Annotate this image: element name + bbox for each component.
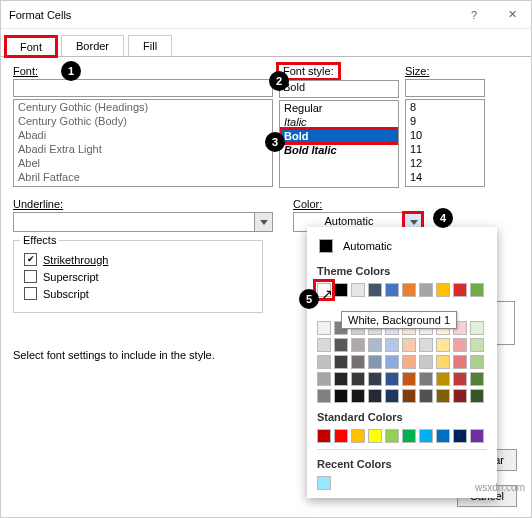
color-swatch[interactable]: ↖: [317, 283, 331, 297]
color-swatch[interactable]: [402, 283, 416, 297]
color-swatch[interactable]: [351, 429, 365, 443]
color-swatch[interactable]: [436, 429, 450, 443]
effects-group: Effects Strikethrough Superscript Subscr…: [13, 240, 263, 313]
color-swatch[interactable]: [419, 389, 433, 403]
color-swatch[interactable]: [334, 355, 348, 369]
list-item-selected[interactable]: Bold: [280, 129, 398, 143]
color-swatch[interactable]: [334, 338, 348, 352]
strikethrough-checkbox[interactable]: Strikethrough: [24, 253, 252, 266]
list-item[interactable]: 10: [406, 128, 484, 142]
font-input[interactable]: [13, 79, 273, 97]
color-swatch[interactable]: [402, 429, 416, 443]
color-swatch[interactable]: [436, 283, 450, 297]
size-input[interactable]: [405, 79, 485, 97]
color-swatch[interactable]: [470, 338, 484, 352]
color-swatch[interactable]: [470, 389, 484, 403]
color-swatch[interactable]: [453, 355, 467, 369]
color-swatch[interactable]: [470, 321, 484, 335]
color-swatch[interactable]: [368, 429, 382, 443]
list-item[interactable]: Century Gothic (Body): [14, 114, 272, 128]
color-swatch[interactable]: [334, 283, 348, 297]
color-swatch[interactable]: [436, 372, 450, 386]
theme-shades: [317, 321, 487, 403]
checkbox-icon: [24, 287, 37, 300]
color-swatch[interactable]: [351, 389, 365, 403]
color-swatch[interactable]: [317, 372, 331, 386]
list-item[interactable]: Abel: [14, 156, 272, 170]
tab-font[interactable]: Font: [5, 36, 57, 57]
color-swatch[interactable]: [368, 283, 382, 297]
color-swatch[interactable]: [385, 355, 399, 369]
color-swatch[interactable]: [402, 389, 416, 403]
list-item[interactable]: 8: [406, 100, 484, 114]
checkbox-icon: [24, 270, 37, 283]
color-swatch[interactable]: [470, 372, 484, 386]
color-swatch[interactable]: [402, 338, 416, 352]
color-swatch[interactable]: [334, 372, 348, 386]
fontstyle-list[interactable]: Regular Italic Bold Bold Italic: [279, 100, 399, 188]
color-swatch[interactable]: [334, 389, 348, 403]
superscript-checkbox[interactable]: Superscript: [24, 270, 252, 283]
automatic-option[interactable]: Automatic: [317, 235, 487, 257]
size-list[interactable]: 8 9 10 11 12 14: [405, 99, 485, 187]
list-item[interactable]: Italic: [280, 115, 398, 129]
list-item[interactable]: Abadi Extra Light: [14, 142, 272, 156]
color-swatch[interactable]: [385, 389, 399, 403]
list-item[interactable]: Abadi: [14, 128, 272, 142]
subscript-checkbox[interactable]: Subscript: [24, 287, 252, 300]
close-button[interactable]: ✕: [493, 1, 531, 29]
color-swatch[interactable]: [317, 476, 331, 490]
color-swatch[interactable]: [351, 283, 365, 297]
fontstyle-input[interactable]: Bold: [279, 80, 399, 98]
color-swatch[interactable]: [419, 372, 433, 386]
color-swatch[interactable]: [334, 429, 348, 443]
list-item[interactable]: 14: [406, 170, 484, 184]
color-swatch[interactable]: [385, 283, 399, 297]
color-swatch[interactable]: [385, 338, 399, 352]
color-swatch[interactable]: [351, 372, 365, 386]
color-swatch[interactable]: [419, 338, 433, 352]
color-swatch[interactable]: [436, 389, 450, 403]
color-swatch[interactable]: [385, 429, 399, 443]
underline-combo[interactable]: [13, 212, 273, 232]
color-swatch[interactable]: [385, 372, 399, 386]
list-item[interactable]: 11: [406, 142, 484, 156]
color-swatch[interactable]: [453, 372, 467, 386]
color-swatch[interactable]: [368, 338, 382, 352]
chevron-down-icon[interactable]: [254, 213, 272, 231]
color-swatch[interactable]: [453, 429, 467, 443]
tab-fill[interactable]: Fill: [128, 35, 172, 56]
color-swatch[interactable]: [351, 355, 365, 369]
color-swatch[interactable]: [470, 355, 484, 369]
color-swatch[interactable]: [402, 372, 416, 386]
color-swatch[interactable]: [419, 283, 433, 297]
color-swatch[interactable]: [419, 429, 433, 443]
color-swatch[interactable]: [317, 429, 331, 443]
color-swatch[interactable]: [317, 321, 331, 335]
color-swatch[interactable]: [368, 389, 382, 403]
color-swatch[interactable]: [453, 389, 467, 403]
color-swatch[interactable]: [470, 429, 484, 443]
tab-border[interactable]: Border: [61, 35, 124, 56]
color-swatch[interactable]: [317, 355, 331, 369]
color-swatch[interactable]: [351, 338, 365, 352]
color-swatch[interactable]: [470, 283, 484, 297]
list-item[interactable]: 9: [406, 114, 484, 128]
color-swatch[interactable]: [368, 355, 382, 369]
color-swatch[interactable]: [453, 283, 467, 297]
list-item[interactable]: Century Gothic (Headings): [14, 100, 272, 114]
list-item[interactable]: Abril Fatface: [14, 170, 272, 184]
color-swatch[interactable]: [402, 355, 416, 369]
color-swatch[interactable]: [368, 372, 382, 386]
list-item[interactable]: 12: [406, 156, 484, 170]
color-swatch[interactable]: [453, 338, 467, 352]
color-swatch[interactable]: [317, 338, 331, 352]
list-item[interactable]: Regular: [280, 101, 398, 115]
help-button[interactable]: ?: [455, 1, 493, 29]
color-swatch[interactable]: [419, 355, 433, 369]
color-swatch[interactable]: [436, 338, 450, 352]
list-item[interactable]: Bold Italic: [280, 143, 398, 157]
color-swatch[interactable]: [317, 389, 331, 403]
font-list[interactable]: Century Gothic (Headings) Century Gothic…: [13, 99, 273, 187]
color-swatch[interactable]: [436, 355, 450, 369]
